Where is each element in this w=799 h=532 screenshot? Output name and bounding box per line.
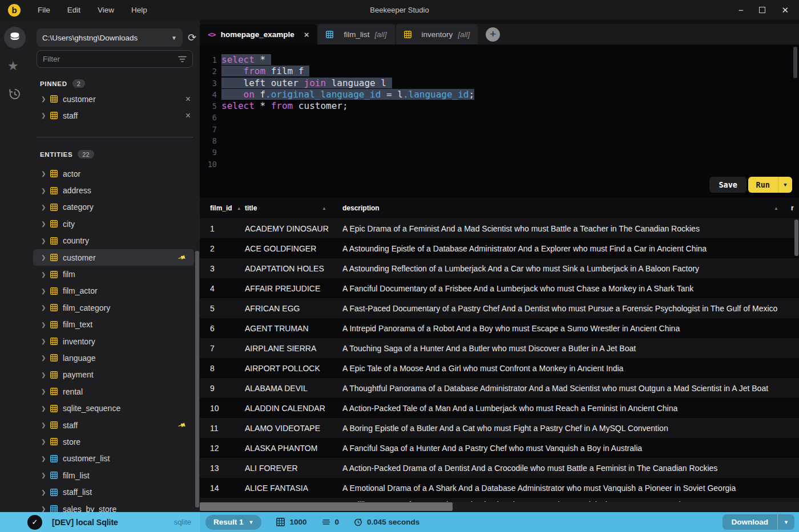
entity-item-film_category[interactable]: ❯film_category <box>33 299 194 316</box>
tab-film_list[interactable]: film_list[all] <box>318 24 394 44</box>
code-text[interactable] <box>217 135 221 147</box>
code-text[interactable] <box>217 159 221 170</box>
table-row[interactable]: 8AIRPORT POLLOCKA Epic Tale of a Moose A… <box>200 358 799 378</box>
history-icon[interactable] <box>7 87 21 103</box>
sql-editor[interactable]: 1select * 2 from film f 3 left outer joi… <box>200 44 799 198</box>
download-button[interactable]: Download <box>723 514 778 530</box>
sidebar-scrollbar[interactable] <box>195 251 199 507</box>
entity-item-film_list[interactable]: ❯film_list <box>33 467 194 484</box>
table-row[interactable]: 12ALASKA PHANTOMA Fanciful Saga of a Hun… <box>200 438 799 458</box>
column-header-film-id[interactable]: film_id ▲ <box>200 204 245 212</box>
chevron-right-icon[interactable]: ❯ <box>41 472 50 478</box>
chevron-right-icon[interactable]: ❯ <box>41 388 50 395</box>
chevron-right-icon[interactable]: ❯ <box>41 456 50 462</box>
table-row[interactable]: 2ACE GOLDFINGERA Astounding Epistle of a… <box>200 238 799 258</box>
horizontal-scrollbar-thumb[interactable] <box>200 502 453 511</box>
chevron-right-icon[interactable]: ❯ <box>41 405 50 412</box>
entity-item-inventory[interactable]: ❯inventory <box>33 333 194 350</box>
download-options-button[interactable]: ▼ <box>777 514 794 530</box>
chevron-right-icon[interactable]: ❯ <box>41 271 50 278</box>
pinned-item-staff[interactable]: ❯staff× <box>33 107 196 124</box>
connection-status[interactable]: ✓ [DEV] local Sqlite sqlite <box>0 512 200 532</box>
code-text[interactable]: select * from customer; <box>217 100 348 112</box>
chevron-right-icon[interactable]: ❯ <box>41 355 50 361</box>
table-row[interactable]: 1ACADEMY DINOSAURA Epic Drama of a Femin… <box>200 218 799 238</box>
pin-icon[interactable] <box>178 254 186 262</box>
table-row[interactable]: 3ADAPTATION HOLESA Astounding Reflection… <box>200 258 799 278</box>
chevron-right-icon[interactable]: ❯ <box>41 254 50 261</box>
database-select[interactable]: C:\Users\ghstng\Downloads ▼ <box>37 29 183 47</box>
chevron-right-icon[interactable]: ❯ <box>41 238 50 244</box>
table-row[interactable]: 15ALIEN CENTERA Brilliant Drama of a Cat… <box>200 498 799 502</box>
chevron-right-icon[interactable]: ❯ <box>41 338 50 344</box>
table-row[interactable]: 14ALICE FANTASIAA Emotional Drama of a A… <box>200 478 799 498</box>
code-text[interactable]: select * <box>217 54 271 66</box>
tab-homepage_example[interactable]: <>homepage_example× <box>200 24 317 44</box>
chevron-right-icon[interactable]: ❯ <box>41 422 50 428</box>
maximize-icon[interactable] <box>759 7 765 13</box>
table-row[interactable]: 5AFRICAN EGGA Fast-Paced Documentary of … <box>200 298 799 318</box>
menu-view[interactable]: View <box>98 6 114 14</box>
saved-queries-icon[interactable]: ★ <box>7 59 19 74</box>
entity-item-address[interactable]: ❯address <box>33 182 194 198</box>
chevron-right-icon[interactable]: ❯ <box>41 304 50 311</box>
entity-item-customer[interactable]: ❯customer <box>33 249 194 266</box>
entity-item-rental[interactable]: ❯rental <box>33 383 194 400</box>
entity-item-city[interactable]: ❯city <box>33 216 194 232</box>
entity-item-staff[interactable]: ❯staff <box>33 417 194 433</box>
column-header-title[interactable]: title ▲ <box>245 204 342 212</box>
column-header-clipped[interactable]: r <box>791 204 799 212</box>
entity-item-film[interactable]: ❯film <box>33 266 194 282</box>
close-tab-icon[interactable]: × <box>304 30 309 39</box>
table-row[interactable]: 9ALABAMA DEVILA Thoughtful Panorama of a… <box>200 378 799 398</box>
entity-item-actor[interactable]: ❯actor <box>33 165 194 182</box>
entity-item-sqlite_sequence[interactable]: ❯sqlite_sequence <box>33 400 194 416</box>
unpin-icon[interactable]: × <box>185 111 191 120</box>
chevron-right-icon[interactable]: ❯ <box>41 221 50 227</box>
entity-item-store[interactable]: ❯store <box>33 433 194 450</box>
chevron-right-icon[interactable]: ❯ <box>41 288 50 294</box>
save-button[interactable]: Save <box>709 177 746 193</box>
entity-item-payment[interactable]: ❯payment <box>33 367 194 383</box>
pin-icon[interactable] <box>178 421 186 429</box>
entity-item-staff_list[interactable]: ❯staff_list <box>33 484 194 500</box>
entity-item-country[interactable]: ❯country <box>33 233 194 249</box>
entity-item-category[interactable]: ❯category <box>33 199 194 216</box>
chevron-right-icon[interactable]: ❯ <box>41 438 50 445</box>
editor-scrollbar[interactable] <box>793 47 797 78</box>
table-row[interactable]: 13ALI FOREVERA Action-Packed Drama of a … <box>200 458 799 478</box>
code-text[interactable] <box>217 124 221 135</box>
tab-inventory[interactable]: inventory[all] <box>396 24 478 44</box>
filter-input[interactable] <box>43 55 178 63</box>
chevron-right-icon[interactable]: ❯ <box>41 170 50 177</box>
column-header-description[interactable]: description ▲ <box>342 204 791 212</box>
close-icon[interactable]: ✕ <box>781 6 789 14</box>
run-options-button[interactable]: ▼ <box>778 177 792 193</box>
run-button[interactable]: Run <box>748 177 778 193</box>
chevron-right-icon[interactable]: ❯ <box>41 112 50 119</box>
code-text[interactable]: left outer join language l <box>217 78 392 89</box>
table-row[interactable]: 6AGENT TRUMANA Intrepid Panorama of a Ro… <box>200 318 799 338</box>
result-selector[interactable]: Result 1 ▼ <box>205 515 261 530</box>
chevron-right-icon[interactable]: ❯ <box>41 188 50 194</box>
entity-item-film_actor[interactable]: ❯film_actor <box>33 283 194 299</box>
menu-edit[interactable]: Edit <box>67 6 80 14</box>
table-row[interactable]: 11ALAMO VIDEOTAPEA Boring Epistle of a B… <box>200 418 799 438</box>
horizontal-scrollbar-track[interactable] <box>200 502 799 511</box>
app-logo-icon[interactable]: b <box>8 4 21 17</box>
chevron-right-icon[interactable]: ❯ <box>41 372 50 378</box>
entity-item-sales_by_store[interactable]: ❯sales_by_store <box>33 501 194 512</box>
table-row[interactable]: 4AFFAIR PREJUDICEA Fanciful Documentary … <box>200 278 799 298</box>
table-row[interactable]: 10ALADDIN CALENDARA Action-Packed Tale o… <box>200 398 799 418</box>
minimize-icon[interactable]: − <box>739 6 744 14</box>
table-row[interactable]: 7AIRPLANE SIERRAA Touching Saga of a Hun… <box>200 338 799 358</box>
code-text[interactable]: from film f <box>217 66 309 77</box>
code-text[interactable]: on f.original_language_id = l.language_i… <box>217 89 474 100</box>
entity-item-language[interactable]: ❯language <box>33 350 194 366</box>
unpin-icon[interactable]: × <box>185 95 191 104</box>
code-text[interactable] <box>217 147 221 158</box>
chevron-right-icon[interactable]: ❯ <box>41 506 50 512</box>
connection-tab-icon[interactable] <box>4 27 26 48</box>
chevron-right-icon[interactable]: ❯ <box>41 322 50 328</box>
menu-file[interactable]: File <box>38 6 50 14</box>
